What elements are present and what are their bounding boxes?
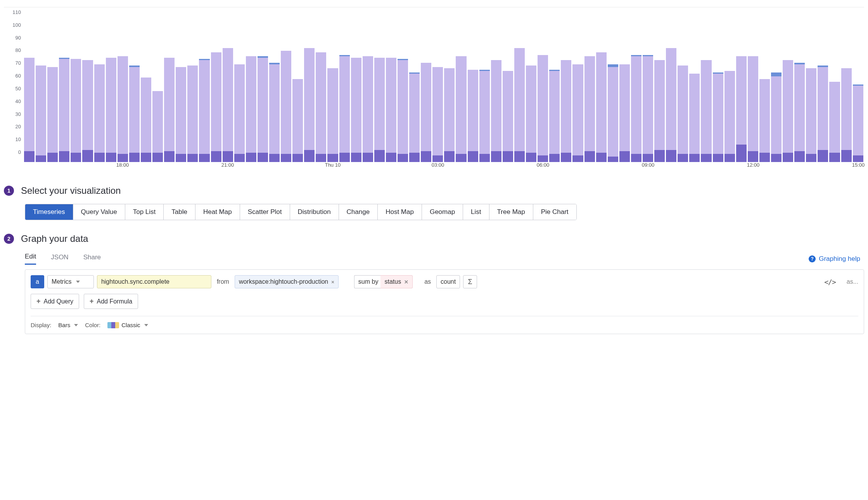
- bar-column[interactable]: [47, 67, 58, 162]
- aggregate-tag[interactable]: status ✕: [380, 275, 413, 288]
- bar-column[interactable]: [292, 79, 303, 162]
- bar-column[interactable]: [572, 64, 583, 162]
- bar-column[interactable]: [818, 66, 828, 162]
- bar-column[interactable]: [152, 91, 163, 162]
- viz-option-distribution[interactable]: Distribution: [290, 204, 339, 220]
- bar-column[interactable]: [223, 48, 233, 162]
- viz-option-pie-chart[interactable]: Pie Chart: [533, 204, 576, 220]
- bar-column[interactable]: [759, 79, 770, 162]
- viz-option-geomap[interactable]: Geomap: [422, 204, 463, 220]
- data-source-select[interactable]: Metrics: [47, 275, 94, 288]
- bar-column[interactable]: [456, 56, 466, 162]
- viz-option-timeseries[interactable]: Timeseries: [25, 204, 73, 220]
- bar-column[interactable]: [608, 64, 618, 162]
- bar-column[interactable]: [853, 84, 863, 162]
- bar-column[interactable]: [246, 56, 256, 162]
- bar-column[interactable]: [689, 74, 700, 162]
- bar-column[interactable]: [561, 60, 571, 162]
- bar-column[interactable]: [269, 63, 280, 162]
- bar-column[interactable]: [363, 56, 373, 162]
- viz-option-heat-map[interactable]: Heat Map: [195, 204, 240, 220]
- scope-filter[interactable]: workspace:hightouch-production ×: [235, 275, 339, 288]
- query-letter[interactable]: a: [31, 275, 44, 288]
- bar-column[interactable]: [106, 58, 116, 162]
- viz-option-host-map[interactable]: Host Map: [378, 204, 422, 220]
- metric-name-input[interactable]: hightouch.sync.complete: [97, 275, 211, 288]
- viz-option-tree-map[interactable]: Tree Map: [489, 204, 533, 220]
- remove-scope-icon[interactable]: ×: [331, 279, 334, 285]
- bar-column[interactable]: [24, 58, 35, 162]
- bar-column[interactable]: [468, 70, 478, 162]
- bar-column[interactable]: [841, 68, 852, 162]
- bar-column[interactable]: [444, 68, 455, 162]
- bar-column[interactable]: [806, 68, 816, 162]
- graphing-help-link[interactable]: ? Graphing help: [809, 255, 860, 263]
- bar-column[interactable]: [258, 56, 268, 162]
- bar-column[interactable]: [678, 66, 688, 162]
- bar-column[interactable]: [129, 66, 140, 162]
- bar-column[interactable]: [783, 60, 793, 162]
- bar-column[interactable]: [619, 64, 630, 162]
- bar-column[interactable]: [164, 58, 175, 162]
- viz-option-top-list[interactable]: Top List: [125, 204, 164, 220]
- bar-column[interactable]: [491, 60, 501, 162]
- bar-column[interactable]: [211, 52, 221, 162]
- bar-column[interactable]: [503, 71, 513, 162]
- bar-column[interactable]: [281, 51, 291, 162]
- bar-column[interactable]: [654, 60, 665, 162]
- sigma-button[interactable]: Σ: [463, 275, 477, 288]
- remove-tag-icon[interactable]: ✕: [404, 279, 408, 285]
- bar-column[interactable]: [538, 55, 548, 162]
- code-view-icon[interactable]: </>: [824, 278, 836, 286]
- bar-column[interactable]: [514, 48, 525, 162]
- bar-column[interactable]: [82, 60, 93, 162]
- bar-column[interactable]: [409, 72, 420, 162]
- bar-column[interactable]: [748, 56, 758, 162]
- bar-column[interactable]: [199, 59, 209, 162]
- bar-column[interactable]: [339, 55, 350, 162]
- bar-column[interactable]: [713, 72, 723, 162]
- bar-column[interactable]: [187, 66, 198, 162]
- bar-column[interactable]: [479, 70, 490, 162]
- bar-column[interactable]: [584, 56, 595, 162]
- aggregate-label[interactable]: sum by: [354, 275, 381, 288]
- tab-share[interactable]: Share: [83, 253, 101, 264]
- bar-column[interactable]: [724, 71, 735, 162]
- bar-column[interactable]: [234, 64, 245, 162]
- viz-option-change[interactable]: Change: [339, 204, 378, 220]
- add-formula-button[interactable]: + Add Formula: [84, 294, 138, 309]
- bar-column[interactable]: [141, 78, 151, 162]
- bar-column[interactable]: [36, 66, 46, 162]
- alias-input[interactable]: as...: [847, 278, 858, 285]
- viz-option-query-value[interactable]: Query Value: [73, 204, 125, 220]
- bar-column[interactable]: [666, 48, 676, 162]
- bar-column[interactable]: [596, 52, 607, 162]
- bar-column[interactable]: [176, 67, 186, 162]
- color-palette-select[interactable]: Classic: [107, 322, 148, 328]
- bar-column[interactable]: [794, 63, 805, 162]
- bar-column[interactable]: [421, 63, 431, 162]
- add-query-button[interactable]: + Add Query: [31, 294, 79, 309]
- bar-column[interactable]: [327, 68, 338, 162]
- bar-column[interactable]: [829, 82, 840, 162]
- bar-column[interactable]: [701, 60, 711, 162]
- bar-column[interactable]: [398, 59, 408, 162]
- bar-column[interactable]: [643, 55, 653, 162]
- tab-json[interactable]: JSON: [51, 253, 68, 264]
- viz-option-list[interactable]: List: [463, 204, 489, 220]
- bar-column[interactable]: [386, 58, 396, 162]
- bar-column[interactable]: [549, 70, 560, 162]
- bar-column[interactable]: [118, 56, 128, 162]
- bar-column[interactable]: [736, 56, 747, 162]
- bar-column[interactable]: [374, 58, 385, 162]
- tab-edit[interactable]: Edit: [25, 253, 36, 265]
- bar-column[interactable]: [59, 58, 69, 162]
- bar-column[interactable]: [771, 72, 782, 162]
- bar-column[interactable]: [526, 66, 536, 162]
- bar-column[interactable]: [94, 64, 105, 162]
- viz-option-table[interactable]: Table: [164, 204, 195, 220]
- bar-column[interactable]: [631, 55, 641, 162]
- bar-column[interactable]: [432, 67, 443, 162]
- bar-column[interactable]: [316, 52, 326, 162]
- bar-column[interactable]: [304, 48, 315, 162]
